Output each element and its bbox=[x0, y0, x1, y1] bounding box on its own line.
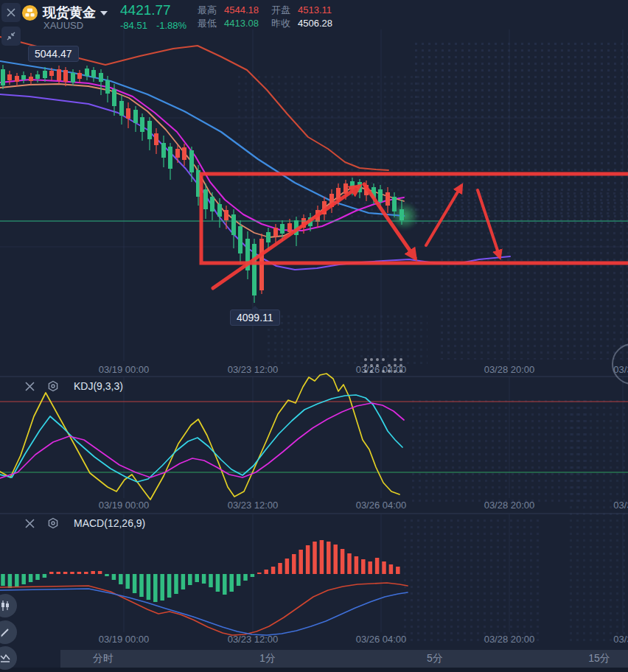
watermark-dot bbox=[400, 358, 402, 361]
time-axis-label: 03/23 12:00 bbox=[228, 634, 279, 645]
watermark-dot bbox=[388, 370, 391, 373]
time-axis-label: 03/3 bbox=[613, 364, 628, 375]
collapse-arrows-icon bbox=[6, 31, 16, 41]
kdj-k bbox=[0, 395, 402, 482]
timeframe-tab-5分[interactable]: 5分 bbox=[427, 652, 443, 665]
watermark-dot bbox=[400, 370, 402, 373]
watermark-dot bbox=[376, 364, 379, 367]
close-icon bbox=[25, 519, 35, 528]
watermark-dot bbox=[370, 364, 373, 367]
symbol-code: XAUUSD bbox=[43, 20, 83, 31]
candlestick-icon bbox=[0, 600, 11, 612]
annotation-arrow bbox=[426, 186, 461, 245]
pencil-icon bbox=[0, 626, 11, 638]
stat-昨收: 昨收4506.28 bbox=[271, 17, 332, 30]
watermark-dot bbox=[388, 364, 391, 367]
time-axis-label: 03/23 12:00 bbox=[228, 364, 279, 375]
watermark-dot bbox=[370, 370, 373, 373]
kdj-close-button[interactable] bbox=[22, 379, 37, 393]
watermark-dot bbox=[376, 358, 379, 361]
watermark-dot bbox=[394, 364, 397, 367]
bottom-strip bbox=[0, 668, 628, 672]
time-axis-label: 03/19 00:00 bbox=[99, 364, 150, 375]
stat-value: 4506.28 bbox=[298, 18, 332, 29]
charts-canvas[interactable] bbox=[0, 0, 628, 672]
time-axis-label: 03/28 20:00 bbox=[484, 634, 535, 645]
watermark-dot bbox=[370, 358, 373, 361]
watermark-dot bbox=[364, 358, 367, 361]
stat-label: 开盘 bbox=[271, 4, 290, 15]
gear-icon bbox=[47, 517, 59, 529]
close-icon bbox=[25, 382, 35, 391]
time-axis-label: 03/23 12:00 bbox=[228, 500, 279, 511]
time-axis-label: 03/3 bbox=[613, 500, 628, 511]
stat-label: 最高 bbox=[198, 4, 217, 15]
annotation-layer bbox=[201, 174, 628, 288]
gear-icon bbox=[47, 380, 59, 392]
time-axis-label: 03/26 04:00 bbox=[356, 500, 407, 511]
stat-最高: 最高4544.18 bbox=[198, 4, 259, 17]
time-axis-label: 03/19 00:00 bbox=[99, 634, 150, 645]
symbol-name[interactable]: 现货黄金 bbox=[43, 4, 96, 21]
chevron-down-icon[interactable] bbox=[100, 11, 108, 15]
high-price-callout: 5044.47 bbox=[28, 46, 79, 62]
stat-value: 4544.18 bbox=[224, 4, 259, 15]
price-change: -84.51 bbox=[120, 20, 147, 31]
macd-dea bbox=[0, 583, 408, 635]
time-axis-label: 03/3 bbox=[613, 634, 628, 645]
price-change-row: -84.51-1.88% bbox=[120, 20, 195, 31]
time-axis-label: 03/19 00:00 bbox=[99, 500, 150, 511]
macd-histogram bbox=[1, 540, 400, 602]
close-chart-button[interactable] bbox=[1, 3, 21, 22]
watermark-dot bbox=[400, 364, 402, 367]
stat-label: 最低 bbox=[198, 18, 217, 29]
trading-app: 现货黄金 XAUUSD 4421.77 -84.51-1.88% 最高4544.… bbox=[0, 0, 628, 672]
annotation-arrow bbox=[213, 186, 359, 288]
close-icon bbox=[7, 8, 15, 17]
last-price: 4421.77 bbox=[120, 2, 171, 18]
watermark-dot bbox=[364, 370, 367, 373]
stat-value: 4413.08 bbox=[224, 18, 259, 29]
stat-开盘: 开盘4513.11 bbox=[271, 4, 332, 17]
low-price-callout: 4099.11 bbox=[230, 309, 280, 326]
timeframe-tab-分时[interactable]: 分时 bbox=[93, 652, 114, 665]
gold-symbol-icon bbox=[21, 4, 38, 21]
time-axis-label: 03/28 20:00 bbox=[484, 364, 535, 375]
watermark-dot bbox=[382, 370, 385, 373]
watermark-dot bbox=[394, 358, 397, 361]
stat-value: 4513.11 bbox=[298, 4, 332, 15]
macd-settings-button[interactable] bbox=[46, 516, 60, 531]
macd-title: MACD(12,26,9) bbox=[74, 517, 145, 529]
watermark-dot bbox=[382, 358, 385, 361]
timeframe-tab-1分[interactable]: 1分 bbox=[259, 652, 276, 665]
collapse-button[interactable] bbox=[1, 27, 21, 46]
kdj-title: KDJ(9,3,3) bbox=[74, 380, 123, 392]
line-chart-icon bbox=[0, 652, 11, 664]
ma-purple bbox=[0, 94, 510, 270]
timeframe-tab-15分[interactable]: 15分 bbox=[588, 652, 610, 665]
price-change-pct: -1.88% bbox=[156, 20, 186, 31]
watermark-dot bbox=[364, 364, 367, 367]
watermark-dot bbox=[394, 370, 397, 373]
macd-dif bbox=[0, 589, 408, 635]
macd-close-button[interactable] bbox=[22, 516, 37, 531]
time-axis-label: 03/28 20:00 bbox=[484, 500, 535, 511]
kdj-settings-button[interactable] bbox=[46, 379, 60, 393]
time-axis-label: 03/26 04:00 bbox=[356, 634, 407, 645]
stat-label: 昨收 bbox=[271, 18, 290, 29]
timeframe-bar: 分时1分5分15分 bbox=[60, 650, 628, 668]
stat-最低: 最低4413.08 bbox=[198, 17, 259, 30]
